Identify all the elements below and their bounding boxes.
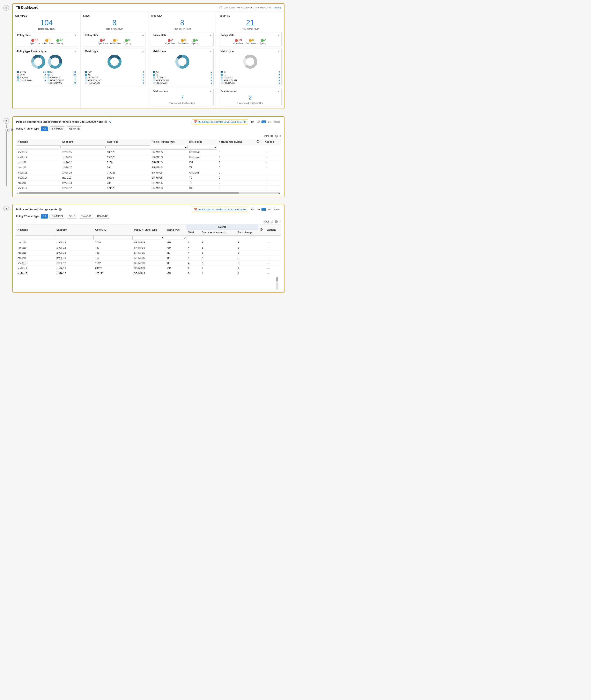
traffic-row-actions[interactable]: ··· bbox=[263, 155, 281, 160]
change-row-info bbox=[258, 271, 266, 276]
scroll-right-icon[interactable]: ▶ bbox=[278, 192, 280, 194]
scroll-left-icon[interactable]: ◀ bbox=[16, 192, 18, 194]
rsvpte-metric-collapse[interactable]: ∧ bbox=[278, 50, 280, 53]
change-path-change: 3 bbox=[236, 240, 258, 245]
srmpls-collapse-icon[interactable]: ∧ bbox=[74, 34, 76, 37]
traffic-endpoint: xrv9k-15 bbox=[61, 150, 105, 155]
change-row-info bbox=[258, 256, 266, 261]
traffic-row-actions[interactable]: ··· bbox=[263, 160, 281, 165]
filter-tunnel-type[interactable]: SR-MPLS RSVP-TE bbox=[150, 145, 188, 150]
traffic-row-actions[interactable]: ··· bbox=[263, 150, 281, 155]
srv6-collapse-icon[interactable]: ∧ bbox=[142, 34, 144, 37]
change-table-info[interactable]: ⚙ bbox=[275, 220, 278, 223]
cth-total: Total ↓ bbox=[187, 230, 200, 236]
traffic-filter-srmpls[interactable]: SR-MPLS bbox=[50, 126, 65, 131]
rsvpte-hop-count: HOP-COUNT0 bbox=[220, 79, 280, 82]
change-row-actions[interactable]: ··· bbox=[265, 245, 281, 250]
change-btn-1h[interactable]: 1H bbox=[267, 208, 271, 211]
change-filter-srmpls[interactable]: SR-MPLS bbox=[50, 214, 65, 218]
change-filter-icon[interactable]: ≡ bbox=[279, 220, 281, 223]
traffic-table: Headend Endpoint Color / ID Policy / Tun… bbox=[16, 139, 281, 191]
change-filter-srv6[interactable]: SRv6 bbox=[67, 214, 77, 218]
traffic-rate: 0 bbox=[217, 175, 255, 181]
treesid-metric-collapse[interactable]: ∧ bbox=[210, 50, 212, 53]
cfilter-endpoint[interactable] bbox=[55, 236, 94, 240]
change-filter-treesid[interactable]: Tree-SID bbox=[79, 214, 93, 218]
rsvpte-collapse-icon[interactable]: ∧ bbox=[278, 34, 280, 37]
treesid-admin-down: 0 Admin down bbox=[178, 38, 189, 45]
change-btn-1m[interactable]: 1M bbox=[250, 208, 255, 211]
traffic-btn-1m[interactable]: 1M bbox=[250, 121, 255, 123]
traffic-table-info[interactable]: ⚙ bbox=[275, 135, 278, 137]
change-total: 4 bbox=[187, 261, 200, 266]
traffic-info-icon[interactable]: i bbox=[105, 121, 107, 123]
legend-igp: IGP51 bbox=[48, 70, 76, 73]
traffic-row-actions[interactable]: ··· bbox=[263, 175, 281, 181]
cfilter-tunnel-type[interactable]: SR-MPLS SRv6 Tree-SID RSVP-TE bbox=[132, 236, 165, 240]
change-filter-label: Policy / Tunnel type bbox=[16, 215, 39, 218]
traffic-metric-type: Unknown bbox=[188, 155, 217, 160]
filter-endpoint[interactable] bbox=[61, 145, 105, 149]
traffic-headend: ncs-210 bbox=[16, 160, 61, 165]
traffic-btn-1w[interactable]: 1W bbox=[256, 121, 261, 123]
change-headend: xrv9k-13 bbox=[16, 271, 55, 276]
change-btn-1w[interactable]: 1W bbox=[256, 208, 261, 211]
treesid-frr-collapse[interactable]: ∧ bbox=[210, 90, 212, 93]
change-events-info-icon[interactable]: i bbox=[59, 208, 62, 211]
change-filter-all[interactable]: All bbox=[41, 214, 48, 218]
traffic-row-actions[interactable]: ··· bbox=[263, 181, 281, 186]
h-scrollbar-traffic[interactable] bbox=[19, 192, 278, 194]
cfilter-headend[interactable] bbox=[16, 236, 55, 240]
traffic-tunnel-type: SR-MPLS bbox=[150, 160, 188, 165]
traffic-tunnel-type: SR-MPLS bbox=[150, 181, 188, 186]
change-row-actions[interactable]: ··· bbox=[265, 266, 281, 271]
cfilter-color[interactable] bbox=[93, 236, 132, 240]
cfilter-metric[interactable]: IGP TE LATENCY bbox=[165, 236, 187, 240]
traffic-row-actions[interactable]: ··· bbox=[263, 170, 281, 175]
traffic-table-row: ncs-210 xrv9k-17 764 SR-MPLS TE 0 ··· bbox=[16, 165, 281, 170]
traffic-filter-rsvpte[interactable]: RSVP-TE bbox=[67, 126, 82, 131]
change-row-actions[interactable]: ··· bbox=[265, 250, 281, 256]
refresh-link[interactable]: Refresh bbox=[273, 6, 281, 9]
traffic-row-actions[interactable]: ··· bbox=[263, 165, 281, 170]
srmpls-metric-collapse[interactable]: ∧ bbox=[74, 50, 76, 53]
change-events-table-row: ncs-210 xrv9k-15 739 SR-MPLS TE 4 2 2 ··… bbox=[16, 256, 281, 261]
traffic-color-id: 334 bbox=[106, 181, 150, 186]
srv6-metric-collapse[interactable]: ∧ bbox=[142, 50, 144, 53]
change-filter-rsvpte[interactable]: RSVP-TE bbox=[95, 214, 110, 218]
change-row-actions[interactable]: ··· bbox=[265, 240, 281, 245]
change-op-state: 2 bbox=[200, 256, 236, 261]
change-btn-1d[interactable]: 1D bbox=[261, 208, 266, 211]
traffic-headend: ncs-210 bbox=[16, 181, 61, 186]
traffic-btn-1h[interactable]: 1H bbox=[267, 121, 271, 123]
filter-headend[interactable] bbox=[16, 145, 61, 149]
traffic-edit-icon[interactable]: ✎ bbox=[109, 120, 111, 124]
change-row-actions[interactable]: ··· bbox=[265, 261, 281, 266]
th-traffic: ↑ Traffic rate (Kbps) bbox=[217, 139, 255, 145]
change-metric-type: IGP bbox=[165, 266, 187, 271]
traffic-table-row: ncs-210 xrv9k-13 334 SR-MPLS TE 0 ··· bbox=[16, 181, 281, 186]
change-events-table: Headend Endpoint Color / ID Policy / Tun… bbox=[16, 224, 281, 276]
traffic-table-row: xrv9k-17 xrv9k-15 158123 SR-MPLS Unknown… bbox=[16, 155, 281, 160]
traffic-endpoint: xrv9k-15 bbox=[61, 170, 105, 175]
legend-bwod: BWoD24 bbox=[17, 70, 46, 73]
th-metric: Metric type bbox=[188, 139, 217, 145]
treesid-collapse-icon[interactable]: ∧ bbox=[210, 34, 212, 37]
traffic-row-actions[interactable]: ··· bbox=[263, 186, 281, 191]
traffic-filter-all[interactable]: All bbox=[41, 126, 48, 131]
treesid-latency: LATENCY2 bbox=[153, 76, 212, 79]
traffic-btn-reset[interactable]: Reset bbox=[273, 121, 281, 123]
filter-color[interactable] bbox=[106, 145, 150, 149]
change-metric-type: IGP bbox=[165, 245, 187, 250]
traffic-btn-1d[interactable]: 1D bbox=[261, 121, 266, 123]
change-row-actions[interactable]: ··· bbox=[265, 271, 281, 276]
traffic-table-row: xrv9k-17 xrv9k-12 571123 SR-MPLS IGP 0 ·… bbox=[16, 186, 281, 191]
cth-color-id: Color / ID bbox=[93, 224, 132, 235]
cth-metric: Metric type bbox=[165, 224, 187, 235]
change-tunnel-type: SR-MPLS bbox=[132, 271, 165, 276]
traffic-filter-icon[interactable]: ≡ bbox=[279, 135, 281, 137]
rsvpte-frr-collapse[interactable]: ∧ bbox=[278, 90, 280, 93]
change-row-actions[interactable]: ··· bbox=[265, 256, 281, 261]
change-btn-reset[interactable]: Reset bbox=[273, 208, 281, 211]
filter-metric-type[interactable]: IGP TE LATENCY HOP-COUNT UNKNOWN bbox=[188, 145, 217, 150]
